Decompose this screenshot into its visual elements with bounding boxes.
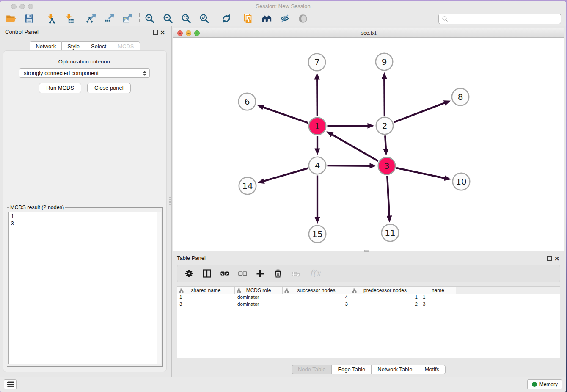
unchecked-boxes-button[interactable] bbox=[237, 268, 248, 279]
edge-3-10[interactable] bbox=[396, 168, 446, 178]
column-label: MCDS role bbox=[246, 287, 271, 293]
task-history-button[interactable] bbox=[4, 379, 17, 389]
delete-column-icon bbox=[291, 268, 301, 279]
graph-node-11[interactable]: 11 bbox=[382, 224, 399, 241]
arrowhead-2-8 bbox=[443, 100, 451, 105]
export-table-icon bbox=[104, 13, 115, 24]
svg-text:f(x): f(x) bbox=[310, 268, 322, 278]
cell-successor-nodes[interactable]: 4 bbox=[283, 294, 350, 301]
cell-name[interactable]: 1 bbox=[420, 294, 456, 301]
edge-1-6[interactable] bbox=[262, 107, 308, 123]
column-header-shared-name[interactable]: shared name bbox=[177, 286, 235, 294]
mcds-result-textarea[interactable]: 1 3 bbox=[8, 212, 161, 364]
edge-3-11[interactable] bbox=[387, 176, 389, 217]
cell-shared-name[interactable]: 3 bbox=[177, 301, 235, 308]
arrowhead-1-2 bbox=[367, 123, 374, 129]
column-header-predecessor-nodes[interactable]: predecessor nodes bbox=[350, 286, 420, 294]
graph-node-4[interactable]: 4 bbox=[309, 157, 326, 174]
svg-text:6: 6 bbox=[245, 97, 250, 107]
float-table-panel-icon[interactable] bbox=[547, 256, 552, 261]
edge-1-7[interactable] bbox=[317, 78, 317, 116]
graph-node-9[interactable]: 9 bbox=[376, 53, 393, 70]
zoom-out-button[interactable] bbox=[160, 12, 176, 25]
tab-motifs[interactable]: Motifs bbox=[418, 365, 446, 374]
run-mcds-button[interactable]: Run MCDS bbox=[39, 83, 81, 93]
edge-1-2[interactable] bbox=[327, 126, 369, 126]
graph-node-8[interactable]: 8 bbox=[452, 88, 469, 105]
export-network-button[interactable] bbox=[84, 12, 99, 25]
control-panel-title: Control Panel bbox=[5, 29, 39, 35]
columns-button[interactable] bbox=[202, 268, 212, 279]
edge-2-8[interactable] bbox=[394, 102, 446, 122]
graph-node-15[interactable]: 15 bbox=[309, 226, 326, 243]
preview-eye-button[interactable] bbox=[295, 12, 311, 25]
import-network-icon bbox=[46, 13, 57, 24]
refresh-button[interactable] bbox=[219, 12, 234, 25]
zoom-selected-button[interactable] bbox=[197, 12, 212, 25]
column-header-name[interactable]: name bbox=[420, 286, 456, 294]
column-header-successor-nodes[interactable]: successor nodes bbox=[283, 286, 350, 294]
cell-MCDS-role[interactable]: dominator bbox=[235, 301, 283, 308]
graph-node-7[interactable]: 7 bbox=[308, 54, 325, 71]
edge-3-1[interactable] bbox=[331, 134, 378, 161]
result-scrollbar[interactable] bbox=[157, 212, 161, 364]
open-network-file-button[interactable] bbox=[241, 12, 256, 25]
edge-4-3[interactable] bbox=[327, 166, 371, 166]
close-panel-button[interactable]: Close panel bbox=[87, 83, 131, 93]
search-input[interactable] bbox=[438, 14, 561, 24]
import-network-button[interactable] bbox=[44, 12, 59, 25]
trash-button[interactable] bbox=[273, 268, 283, 279]
checked-boxes-button[interactable] bbox=[220, 268, 230, 279]
export-table-button[interactable] bbox=[102, 12, 117, 25]
graph-node-2[interactable]: 2 bbox=[376, 117, 393, 134]
svg-text:11: 11 bbox=[385, 228, 395, 238]
open-folder-button[interactable] bbox=[3, 12, 19, 25]
cell-name[interactable]: 3 bbox=[420, 301, 456, 308]
tree-icon bbox=[284, 288, 289, 293]
gear-button[interactable] bbox=[184, 268, 194, 279]
edge-2-9[interactable] bbox=[384, 77, 385, 116]
svg-text:14: 14 bbox=[242, 181, 253, 191]
style-preview-button[interactable] bbox=[277, 12, 292, 25]
graph-node-6[interactable]: 6 bbox=[239, 93, 256, 110]
table-row[interactable]: 1dominator411 bbox=[177, 294, 560, 301]
cell-successor-nodes[interactable]: 3 bbox=[283, 301, 350, 308]
column-header-MCDS-role[interactable]: MCDS role bbox=[235, 286, 283, 294]
graph-node-14[interactable]: 14 bbox=[239, 177, 256, 194]
float-panel-icon[interactable] bbox=[153, 30, 158, 35]
export-image-button[interactable] bbox=[120, 12, 135, 25]
table-row[interactable]: 3dominator323 bbox=[177, 301, 560, 308]
graph-node-1[interactable]: 1 bbox=[309, 118, 326, 135]
close-table-panel-icon[interactable]: ✕ bbox=[554, 255, 559, 262]
svg-text:7: 7 bbox=[314, 57, 320, 67]
zoom-in-button[interactable] bbox=[142, 12, 157, 25]
tab-network-table[interactable]: Network Table bbox=[372, 365, 418, 374]
import-table-button[interactable] bbox=[62, 12, 77, 25]
cell-MCDS-role[interactable]: dominator bbox=[235, 294, 283, 301]
edge-4-14[interactable] bbox=[263, 168, 308, 182]
home-button[interactable] bbox=[259, 12, 274, 25]
close-panel-icon[interactable]: ✕ bbox=[160, 29, 165, 36]
cell-predecessor-nodes[interactable]: 2 bbox=[350, 301, 420, 308]
network-canvas[interactable]: 7968124314101511 bbox=[173, 38, 564, 251]
tab-node-table[interactable]: Node Table bbox=[292, 365, 332, 374]
plus-button[interactable] bbox=[255, 268, 265, 279]
graph-node-10[interactable]: 10 bbox=[453, 173, 470, 190]
tree-icon bbox=[352, 288, 357, 293]
arrowhead-4-15 bbox=[315, 217, 320, 224]
network-resize-grip[interactable] bbox=[364, 250, 369, 252]
panel-splitter[interactable] bbox=[171, 26, 172, 377]
zoom-fit-button[interactable] bbox=[179, 12, 194, 25]
criterion-select[interactable]: strongly connected component bbox=[19, 68, 150, 78]
svg-text:10: 10 bbox=[456, 177, 466, 187]
splitter-grip[interactable] bbox=[169, 196, 171, 205]
memory-button[interactable]: Memory bbox=[527, 379, 562, 389]
cell-shared-name[interactable]: 1 bbox=[177, 294, 235, 301]
save-button[interactable] bbox=[22, 12, 37, 25]
cell-predecessor-nodes[interactable]: 1 bbox=[350, 294, 420, 301]
tab-edge-table[interactable]: Edge Table bbox=[332, 365, 372, 374]
graph-node-3[interactable]: 3 bbox=[378, 157, 395, 174]
network-window-titlebar: × − + scc.txt bbox=[173, 28, 564, 38]
edge-2-3[interactable] bbox=[385, 135, 386, 150]
mcds-result-groupbox: MCDS result (2 nodes) 1 3 bbox=[7, 207, 163, 367]
